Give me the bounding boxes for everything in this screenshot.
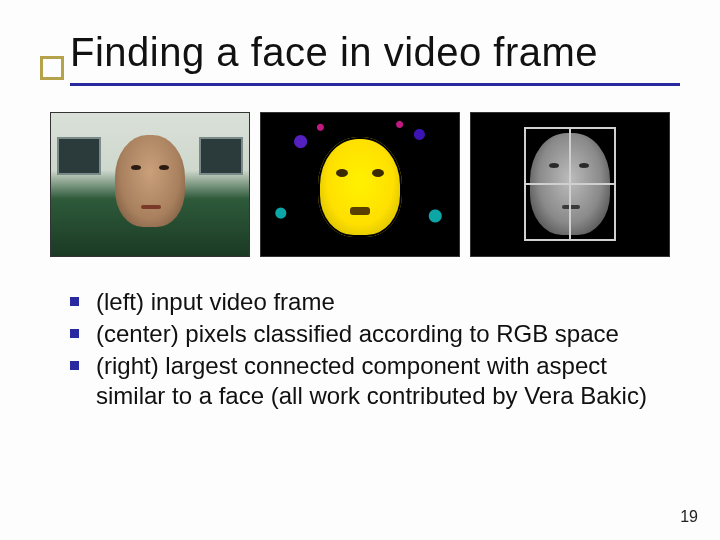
mouth-icon xyxy=(350,207,370,215)
eye-icon xyxy=(131,165,141,170)
crosshair-horizontal-icon xyxy=(524,183,616,185)
image-row xyxy=(0,92,720,257)
title-area: Finding a face in video frame xyxy=(0,0,720,92)
bullet-item: (center) pixels classified according to … xyxy=(70,319,670,349)
eyes-icon xyxy=(336,169,384,179)
monitor-icon xyxy=(199,137,243,175)
page-number: 19 xyxy=(680,508,698,526)
face-shape-icon xyxy=(115,135,185,227)
image-left xyxy=(50,112,250,257)
mouth-icon xyxy=(141,205,161,209)
classified-face-blob-icon xyxy=(318,137,402,237)
bullet-list: (left) input video frame (center) pixels… xyxy=(0,257,720,411)
image-right xyxy=(470,112,670,257)
monitor-icon xyxy=(57,137,101,175)
image-center xyxy=(260,112,460,257)
slide: Finding a face in video frame xyxy=(0,0,720,540)
title-underline xyxy=(70,83,680,86)
slide-title: Finding a face in video frame xyxy=(70,30,680,75)
bullet-item: (left) input video frame xyxy=(70,287,670,317)
title-accent-square-icon xyxy=(40,56,64,80)
bullet-item: (right) largest connected component with… xyxy=(70,351,670,411)
eye-icon xyxy=(159,165,169,170)
